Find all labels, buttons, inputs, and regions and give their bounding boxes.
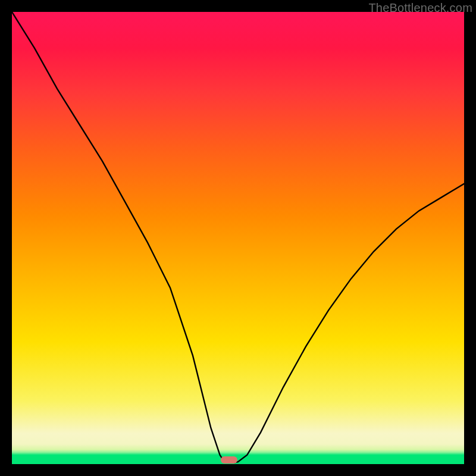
chart-frame: TheBottleneck.com [0, 0, 476, 476]
optimal-marker [221, 456, 237, 464]
bottleneck-curve [12, 12, 464, 464]
watermark-text: TheBottleneck.com [368, 1, 472, 15]
chart-plot-area [12, 12, 464, 464]
